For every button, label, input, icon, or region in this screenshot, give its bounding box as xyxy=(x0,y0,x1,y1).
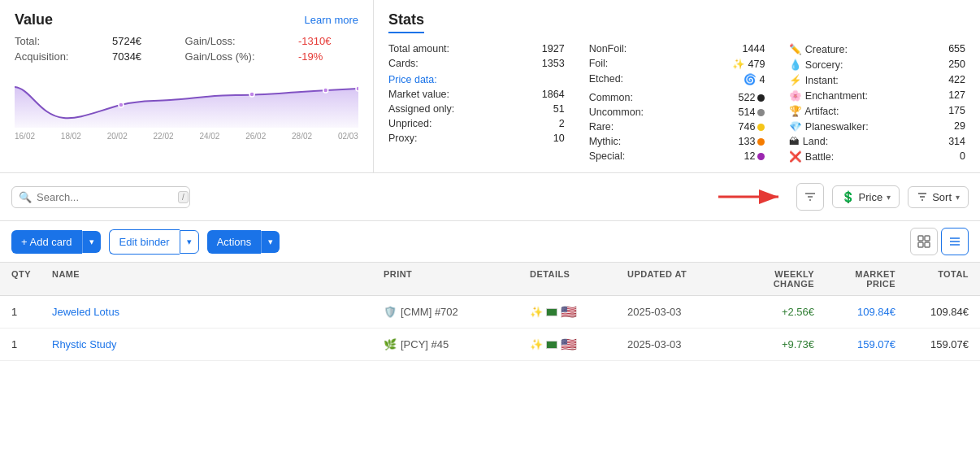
row1-total: 109.84€ xyxy=(895,306,969,318)
chart-date-8: 02/03 xyxy=(338,132,358,141)
edit-binder-dropdown[interactable]: ▾ xyxy=(180,230,199,254)
list-view-button[interactable] xyxy=(941,228,969,255)
actions-dropdown[interactable]: ▾ xyxy=(261,231,280,253)
chart-date-4: 22/02 xyxy=(154,132,174,141)
row1-weekly-change: +2.56€ xyxy=(733,306,814,318)
rare-val: 746 xyxy=(732,121,765,133)
total-value: 5724€ xyxy=(112,35,169,47)
special-val: 12 xyxy=(732,150,765,162)
actions-button[interactable]: Actions xyxy=(207,230,262,254)
col-weekly: WEEKLYCHANGE xyxy=(733,269,814,289)
row2-print-set: [PCY] #45 xyxy=(401,338,449,350)
value-panel: Value Learn more Total: 5724€ Gain/Loss:… xyxy=(0,0,374,172)
search-shortcut: / xyxy=(178,191,189,203)
instant-val: 422 xyxy=(933,74,965,86)
search-box[interactable]: 🔍 / xyxy=(11,186,190,208)
cards-label: Cards: xyxy=(388,58,418,69)
col-print: PRINT xyxy=(384,269,530,289)
grid-view-button[interactable] xyxy=(910,228,938,255)
toolbar: 🔍 / 💲 Price ▾ Sort ▾ xyxy=(0,173,980,221)
market-value-label: Market value: xyxy=(388,89,449,100)
mythic-label: Mythic: xyxy=(589,136,622,147)
add-card-button[interactable]: + Add card xyxy=(11,230,82,254)
total-label: Total: xyxy=(15,35,96,47)
grid-icon xyxy=(917,235,930,248)
col-name: NAME xyxy=(52,269,384,289)
creature-label: Creature: xyxy=(805,44,848,55)
chart-date-1: 16/02 xyxy=(15,132,35,141)
price-data-label: Price data: xyxy=(388,74,565,85)
col-market: MARKETPRICE xyxy=(814,269,895,289)
stats-panel: Stats Total amount: 1927 Cards: 1353 Pri… xyxy=(374,0,980,172)
svg-point-2 xyxy=(323,88,328,93)
unpriced-label: Unpriced: xyxy=(388,118,432,129)
chart-date-6: 26/02 xyxy=(245,132,266,141)
common-label: Common: xyxy=(589,92,633,103)
price-button[interactable]: 💲 Price ▾ xyxy=(832,185,900,208)
row1-flag-icon: 🇺🇸 xyxy=(561,304,577,320)
special-label: Special: xyxy=(589,150,625,162)
action-bar: + Add card ▾ Edit binder ▾ Actions ▾ xyxy=(0,221,980,263)
planeswalker-val: 29 xyxy=(933,120,965,133)
chart-date-3: 20/02 xyxy=(107,132,128,141)
search-icon: 🔍 xyxy=(19,191,32,203)
foil-label: Foil: xyxy=(589,58,609,70)
edit-binder-button[interactable]: Edit binder xyxy=(109,229,180,255)
battle-val: 0 xyxy=(933,150,965,163)
svg-point-1 xyxy=(249,92,254,97)
foil-val: ✨ 479 xyxy=(732,58,765,70)
battle-label: Battle: xyxy=(805,151,834,163)
row2-weekly-change: +9.73€ xyxy=(733,338,814,350)
row2-print: 🌿 [PCY] #45 xyxy=(384,338,530,350)
acquisition-label: Acquisition: xyxy=(15,50,96,63)
artifact-val: 175 xyxy=(933,105,965,117)
table-row: 1 Rhystic Study 🌿 [PCY] #45 ✨ 🇺🇸 2025-03… xyxy=(0,329,980,361)
stats-title: Stats xyxy=(388,11,424,33)
land-val: 314 xyxy=(933,136,965,147)
view-buttons xyxy=(910,228,969,255)
add-card-dropdown[interactable]: ▾ xyxy=(82,231,101,253)
arrow-indicator xyxy=(715,185,788,208)
common-val: 522 xyxy=(732,92,765,103)
gain-loss-value: -1310€ xyxy=(298,35,358,47)
unpriced-val: 2 xyxy=(532,118,565,129)
row2-name[interactable]: Rhystic Study xyxy=(52,338,384,350)
row1-name[interactable]: Jeweled Lotus xyxy=(52,306,384,318)
cards-val: 1353 xyxy=(532,58,565,69)
enchantment-val: 127 xyxy=(933,89,965,102)
row1-print: 🛡️ [CMM] #702 xyxy=(384,306,530,318)
row1-color-icon xyxy=(546,308,557,316)
learn-more-link[interactable]: Learn more xyxy=(305,14,358,26)
col-qty: QTY xyxy=(11,269,52,289)
stats-col-3: ✏️ Creature: 655 💧 Sorcery: 250 ⚡ Instan… xyxy=(789,41,965,164)
svg-rect-7 xyxy=(925,236,930,241)
total-amount-label: Total amount: xyxy=(388,43,449,54)
row1-qty: 1 xyxy=(11,306,52,318)
filter-button[interactable] xyxy=(796,183,824,211)
price-label: Price xyxy=(859,191,883,203)
row2-color-icon xyxy=(546,341,557,349)
rare-label: Rare: xyxy=(589,121,614,133)
row1-print-set: [CMM] #702 xyxy=(401,306,458,318)
chart-date-2: 18/02 xyxy=(61,132,81,141)
price-icon: 💲 xyxy=(841,190,855,203)
row2-market-price: 159.07€ xyxy=(814,338,895,350)
sort-icon xyxy=(917,191,928,202)
col-total: TOTAL xyxy=(895,269,969,289)
row1-market-price: 109.84€ xyxy=(814,306,895,318)
land-label: Land: xyxy=(803,136,828,147)
etched-val: 🌀 4 xyxy=(732,73,765,85)
assigned-only-label: Assigned only: xyxy=(388,103,454,115)
col-details: DETAILS xyxy=(530,269,627,289)
row2-total: 159.07€ xyxy=(895,338,969,350)
row1-foil-icon: ✨ xyxy=(530,306,543,318)
sort-button[interactable]: Sort ▾ xyxy=(908,186,969,208)
svg-point-3 xyxy=(356,86,358,91)
planeswalker-label: Planeswalker: xyxy=(805,121,869,133)
acquisition-value: 7034€ xyxy=(112,50,169,63)
market-value-val: 1864 xyxy=(532,89,565,100)
price-chevron-icon: ▾ xyxy=(887,193,891,202)
gain-loss-pct-label: Gain/Loss (%): xyxy=(185,50,282,63)
search-input[interactable] xyxy=(37,191,173,203)
gain-loss-pct-value: -19% xyxy=(298,50,358,63)
